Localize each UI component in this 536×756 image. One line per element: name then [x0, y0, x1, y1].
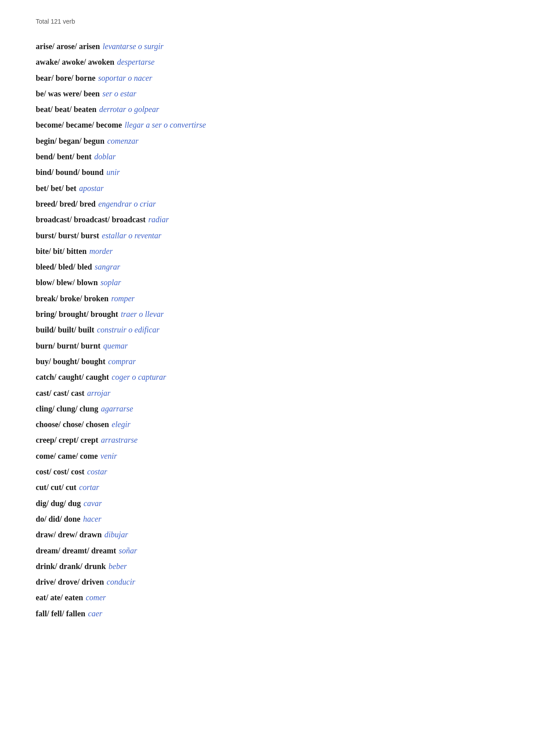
list-item: be/ was were/ beenser o estar: [36, 87, 500, 101]
verb-forms: bend/ bent/ bent: [36, 152, 92, 161]
list-item: cast/ cast/ castarrojar: [36, 386, 500, 401]
verb-translation: construir o edificar: [97, 325, 159, 334]
verb-forms: buy/ bought/ bought: [36, 357, 105, 366]
verb-forms: break/ broke/ broken: [36, 294, 109, 303]
verb-translation: derrotar o golpear: [99, 105, 159, 114]
verb-forms: drink/ drank/ drunk: [36, 562, 106, 571]
verb-forms: cut/ cut/ cut: [36, 483, 76, 492]
list-item: dream/ dreamt/ dreamtsoñar: [36, 544, 500, 558]
list-item: arise/ arose/ arisenlevantarse o surgir: [36, 39, 500, 54]
verb-translation: soñar: [119, 546, 137, 555]
verb-forms: be/ was were/ been: [36, 89, 100, 98]
list-item: blow/ blew/ blownsoplar: [36, 275, 500, 290]
verb-translation: llegar a ser o convertirse: [125, 120, 206, 129]
verb-forms: bind/ bound/ bound: [36, 168, 104, 177]
list-item: dig/ dug/ dugcavar: [36, 496, 500, 511]
verb-translation: cavar: [84, 499, 102, 508]
verb-forms: arise/ arose/ arisen: [36, 42, 100, 51]
verb-translation: costar: [87, 467, 107, 476]
verb-forms: breed/ bred/ bred: [36, 199, 96, 208]
list-item: bear/ bore/ bornesoportar o nacer: [36, 71, 500, 86]
verb-translation: sangrar: [95, 262, 120, 271]
verb-forms: awake/ awoke/ awoken: [36, 58, 114, 66]
list-item: bleed/ bled/ bledsangrar: [36, 260, 500, 274]
verb-translation: comenzar: [107, 137, 138, 145]
verb-forms: eat/ ate/ eaten: [36, 593, 83, 602]
list-item: do/ did/ donehacer: [36, 512, 500, 527]
list-item: come/ came/ comevenir: [36, 449, 500, 464]
verb-translation: soplar: [100, 278, 121, 287]
verb-forms: cost/ cost/ cost: [36, 467, 84, 476]
list-item: fall/ fell/ fallencaer: [36, 606, 500, 621]
verb-translation: levantarse o surgir: [103, 42, 163, 51]
list-item: bring/ brought/ broughttraer o llevar: [36, 307, 500, 322]
verb-translation: cortar: [79, 483, 99, 492]
list-item: broadcast/ broadcast/ broadcastradiar: [36, 212, 500, 227]
total-count: Total 121 verb: [36, 18, 500, 25]
verb-translation: quemar: [103, 341, 128, 350]
verb-translation: romper: [111, 294, 134, 303]
list-item: bind/ bound/ boundunir: [36, 165, 500, 180]
verb-forms: burst/ burst/ burst: [36, 231, 99, 240]
verb-forms: do/ did/ done: [36, 515, 80, 523]
verb-translation: apostar: [79, 184, 104, 193]
verb-forms: come/ came/ come: [36, 452, 98, 461]
verb-translation: arrastrarse: [101, 436, 138, 444]
verb-forms: become/ became/ become: [36, 120, 122, 129]
verb-translation: arrojar: [87, 389, 110, 398]
list-item: bet/ bet/ betapostar: [36, 181, 500, 196]
verb-translation: coger o capturar: [112, 373, 166, 382]
verb-translation: engendrar o criar: [98, 199, 156, 208]
verb-translation: conducir: [107, 577, 135, 586]
list-item: build/ built/ builtconstruir o edificar: [36, 323, 500, 337]
verb-translation: beber: [109, 562, 127, 571]
verb-forms: build/ built/ built: [36, 325, 94, 334]
verb-translation: comprar: [108, 357, 136, 366]
verb-forms: cast/ cast/ cast: [36, 389, 84, 398]
verb-forms: bring/ brought/ brought: [36, 310, 118, 319]
verb-forms: catch/ caught/ caught: [36, 373, 109, 382]
list-item: draw/ drew/ drawndibujar: [36, 528, 500, 542]
verb-forms: cling/ clung/ clung: [36, 404, 98, 413]
list-item: drink/ drank/ drunkbeber: [36, 559, 500, 574]
verb-translation: venir: [100, 452, 117, 461]
list-item: begin/ began/ beguncomenzar: [36, 134, 500, 149]
list-item: break/ broke/ brokenromper: [36, 291, 500, 306]
list-item: creep/ crept/ creptarrastrarse: [36, 433, 500, 448]
verb-forms: bear/ bore/ borne: [36, 74, 96, 83]
verb-forms: bet/ bet/ bet: [36, 184, 76, 193]
verb-forms: draw/ drew/ drawn: [36, 530, 102, 539]
list-item: bite/ bit/ bittenmorder: [36, 244, 500, 259]
verb-translation: traer o llevar: [121, 310, 163, 319]
verb-forms: bleed/ bled/ bled: [36, 262, 92, 271]
list-item: drive/ drove/ drivenconducir: [36, 575, 500, 590]
list-item: eat/ ate/ eatencomer: [36, 590, 500, 605]
list-item: breed/ bred/ bredengendrar o criar: [36, 197, 500, 212]
list-item: burst/ burst/ burstestallar o reventar: [36, 228, 500, 243]
verb-forms: dream/ dreamt/ dreamt: [36, 546, 116, 555]
verb-forms: begin/ began/ begun: [36, 137, 105, 145]
verb-translation: elegir: [112, 420, 130, 429]
verb-translation: soportar o nacer: [98, 74, 152, 83]
list-item: become/ became/ becomellegar a ser o con…: [36, 118, 500, 133]
verb-forms: beat/ beat/ beaten: [36, 105, 96, 114]
verb-translation: morder: [89, 247, 113, 256]
verb-forms: choose/ chose/ chosen: [36, 420, 109, 429]
list-item: buy/ bought/ boughtcomprar: [36, 354, 500, 369]
verb-translation: ser o estar: [102, 89, 136, 98]
verb-list: arise/ arose/ arisenlevantarse o surgira…: [36, 39, 500, 621]
verb-forms: bite/ bit/ bitten: [36, 247, 87, 256]
verb-translation: hacer: [83, 515, 101, 523]
verb-forms: dig/ dug/ dug: [36, 499, 81, 508]
verb-forms: burn/ burnt/ burnt: [36, 341, 100, 350]
verb-translation: caer: [88, 609, 102, 618]
verb-forms: blow/ blew/ blown: [36, 278, 98, 287]
verb-translation: agarrarse: [101, 404, 133, 413]
list-item: beat/ beat/ beatenderrotar o golpear: [36, 102, 500, 117]
list-item: choose/ chose/ chosenelegir: [36, 417, 500, 432]
list-item: cut/ cut/ cutcortar: [36, 480, 500, 495]
verb-forms: fall/ fell/ fallen: [36, 609, 85, 618]
verb-translation: dibujar: [105, 530, 128, 539]
list-item: cost/ cost/ costcostar: [36, 465, 500, 479]
list-item: awake/ awoke/ awokendespertarse: [36, 55, 500, 70]
